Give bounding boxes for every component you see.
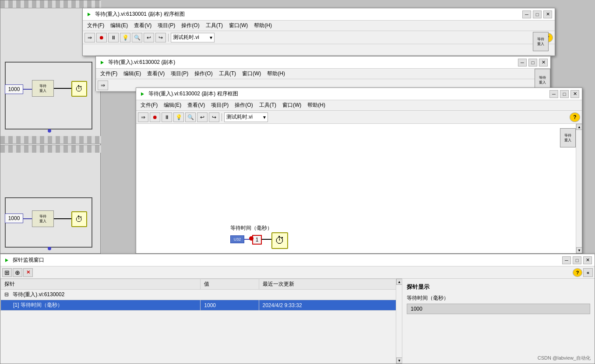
- loop-frame-2: 1000 等待 重入 ⏱: [5, 197, 92, 248]
- menu2-help[interactable]: 帮助(H): [264, 69, 288, 78]
- probe-data-row[interactable]: [1] 等待时间（毫秒） 1000 2024/4/2 9:33:32: [1, 300, 402, 311]
- wire-1: [23, 89, 32, 90]
- menu2-file[interactable]: 文件(F): [98, 69, 120, 78]
- probe-field-label: 等待时间（毫秒）: [407, 294, 590, 302]
- window-2: 等待(重入).vi:6130002 (副本) ─ □ ✕ 文件(F) 编辑(E)…: [95, 56, 551, 91]
- tb3-dropdown[interactable]: 测试耗时.vi ▾: [224, 112, 268, 122]
- tb3-undo[interactable]: ↩: [197, 112, 208, 122]
- menu-bar-3: 文件(F) 编辑(E) 查看(V) 项目(P) 操作(O) 工具(T) 窗口(W…: [136, 100, 582, 111]
- tb1-record[interactable]: ⏺: [96, 33, 107, 42]
- tb3-arrow[interactable]: ⇒: [138, 112, 148, 122]
- menu1-window[interactable]: 窗口(W): [226, 21, 250, 30]
- window1-right-icon: 等待 重入: [533, 32, 549, 51]
- menu2-view[interactable]: 查看(V): [144, 69, 167, 78]
- col-update: 最近一次更新: [259, 279, 401, 290]
- wire-2: [54, 88, 71, 89]
- probe-scroll-up[interactable]: ▲: [396, 279, 402, 285]
- menu2-edit[interactable]: 编辑(E): [121, 69, 144, 78]
- tb2-arrow[interactable]: ⇒: [98, 80, 108, 90]
- menu1-file[interactable]: 文件(F): [84, 21, 107, 30]
- wait-clock-node: ⏱: [271, 232, 288, 249]
- tb3-record[interactable]: ⏺: [150, 112, 160, 122]
- value-box-1: 1000: [5, 84, 23, 94]
- menu1-edit[interactable]: 编辑(E): [108, 21, 130, 30]
- tb1-probe[interactable]: 🔍: [132, 33, 142, 42]
- menu-bar-1: 文件(F) 编辑(E) 查看(V) 项目(P) 操作(O) 工具(T) 窗口(W…: [83, 21, 555, 31]
- probe-table-scrollbar[interactable]: ▲ ▼: [396, 279, 402, 364]
- menu2-operate[interactable]: 操作(O): [192, 69, 215, 78]
- probe-remove-btn[interactable]: ✕: [23, 268, 33, 277]
- probe-display-title: 探针显示: [407, 283, 590, 291]
- menu3-help[interactable]: 帮助(H): [305, 101, 328, 110]
- diagram-area-3: ▲ ▼ 等待时间（毫秒） U32 1 ⏱ 等待 重入: [136, 124, 582, 253]
- menu2-window[interactable]: 窗口(W): [239, 69, 264, 78]
- window1-maximize[interactable]: □: [533, 10, 542, 18]
- toolbar-3: ⇒ ⏺ ⏸ 💡 🔍 ↩ ↪ 测试耗时.vi ▾ ?: [136, 111, 582, 124]
- probe-add-row-btn[interactable]: ⊕: [13, 268, 22, 277]
- tb3-help-btn[interactable]: ?: [570, 112, 580, 122]
- menu1-view[interactable]: 查看(V): [131, 21, 154, 30]
- tb3-pause[interactable]: ⏸: [162, 112, 172, 122]
- menu1-tools[interactable]: 工具(T): [203, 21, 225, 30]
- menu2-project[interactable]: 项目(P): [168, 69, 191, 78]
- title-bar-3: 等待(重入).vi:6130002 (副本) 程序框图 ─ □ ✕: [136, 88, 582, 100]
- menu1-project[interactable]: 项目(P): [155, 21, 178, 30]
- scroll-down-arrow[interactable]: ▼: [576, 247, 582, 253]
- watermark: CSDN @labview_自动化: [538, 355, 591, 361]
- menu3-tools[interactable]: 工具(T): [257, 101, 279, 110]
- tb1-arrow[interactable]: ⇒: [84, 33, 95, 42]
- menu3-file[interactable]: 文件(F): [138, 101, 160, 110]
- tb1-pause[interactable]: ⏸: [108, 33, 119, 42]
- tb3-bulb[interactable]: 💡: [173, 112, 184, 122]
- tb1-redo[interactable]: ↪: [155, 33, 166, 42]
- title-bar-1: 等待(重入).vi:6130001 (副本) 程序框图 ─ □ ✕: [83, 8, 555, 21]
- menu3-operate[interactable]: 操作(O): [232, 101, 255, 110]
- probe-row-value: 1000: [201, 300, 259, 311]
- probe-content: 探针 值 最近一次更新 ⊟ 等待(重入).vi:6130002: [0, 279, 595, 364]
- probe-close[interactable]: ✕: [583, 256, 592, 264]
- probe-scroll-down[interactable]: ▼: [396, 357, 402, 364]
- tb1-bulb[interactable]: 💡: [120, 33, 130, 42]
- wait-node-2: 等待 重入: [32, 210, 54, 227]
- window2-close[interactable]: ✕: [539, 59, 548, 66]
- tb1-undo[interactable]: ↩: [144, 33, 154, 42]
- probe-collapse-btn[interactable]: «: [583, 268, 593, 277]
- menu1-help[interactable]: 帮助(H): [251, 21, 275, 30]
- menu3-project[interactable]: 项目(P): [208, 101, 231, 110]
- probe-field-value: 1000: [407, 304, 590, 314]
- probe-window-title: 探针监视窗口: [13, 256, 44, 264]
- menu3-window[interactable]: 窗口(W): [280, 101, 304, 110]
- menu3-view[interactable]: 查看(V): [185, 101, 208, 110]
- menu3-edit[interactable]: 编辑(E): [161, 101, 184, 110]
- probe-table-area: 探针 值 最近一次更新 ⊟ 等待(重入).vi:6130002: [0, 279, 402, 364]
- probe-display-panel: 探针显示 等待时间（毫秒） 1000: [402, 279, 595, 364]
- tb3-redo[interactable]: ↪: [209, 112, 219, 122]
- window2-title: 等待(重入).vi:6130002 (副本): [108, 59, 175, 66]
- window1-play-icon: [85, 11, 92, 18]
- probe-maximize[interactable]: □: [573, 256, 581, 264]
- window1-close[interactable]: ✕: [543, 10, 552, 18]
- window2-minimize[interactable]: ─: [518, 59, 527, 66]
- window-3: 等待(重入).vi:6130002 (副本) 程序框图 ─ □ ✕ 文件(F) …: [136, 88, 582, 254]
- window1-title: 等待(重入).vi:6130001 (副本) 程序框图: [95, 10, 185, 18]
- probe-help-btn[interactable]: ?: [573, 268, 582, 277]
- scroll-up-arrow[interactable]: ▲: [576, 124, 582, 130]
- probe-add-grid-btn[interactable]: ⊞: [2, 268, 12, 277]
- wire-const-wait: [262, 239, 271, 240]
- window2-maximize[interactable]: □: [528, 59, 537, 66]
- probe-monitor-window: 探针监视窗口 ─ □ ✕ ⊞ ⊕ ✕ ? « 探针 值 最近一次更新: [0, 254, 595, 364]
- window3-close[interactable]: ✕: [570, 90, 579, 98]
- menu2-tools[interactable]: 工具(T): [216, 69, 239, 78]
- scrollbar-right[interactable]: ▲ ▼: [576, 124, 582, 253]
- window3-minimize[interactable]: ─: [549, 90, 558, 98]
- u32-terminal: U32: [230, 235, 244, 243]
- window3-play-icon: [139, 91, 146, 98]
- tb1-dropdown[interactable]: 测试耗时.vi ▾: [171, 33, 215, 42]
- window1-minimize[interactable]: ─: [522, 10, 531, 18]
- tb3-probe[interactable]: 🔍: [185, 112, 196, 122]
- iter-dot-2: [48, 247, 51, 250]
- probe-minimize[interactable]: ─: [562, 256, 571, 264]
- menu1-operate[interactable]: 操作(O): [179, 21, 202, 30]
- window3-maximize[interactable]: □: [560, 90, 569, 98]
- film-strip-top2: [0, 145, 101, 153]
